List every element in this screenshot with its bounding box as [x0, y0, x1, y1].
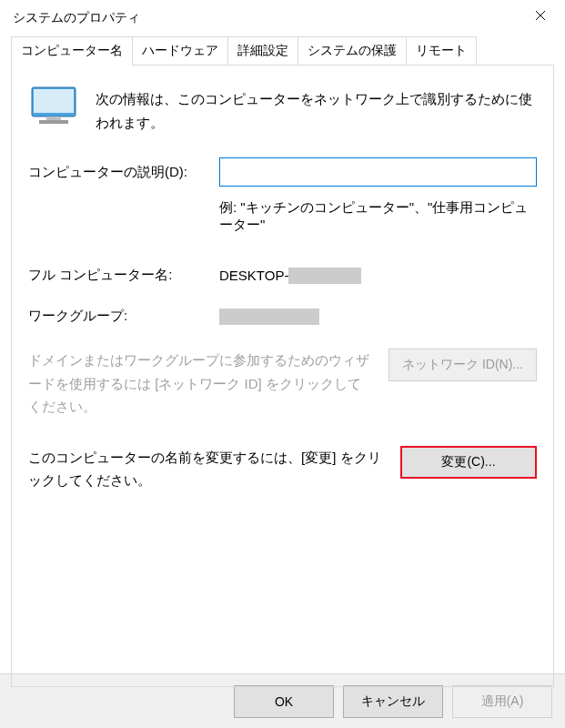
titlebar: システムのプロパティ	[0, 0, 565, 36]
redacted-block	[219, 308, 319, 325]
monitor-icon	[28, 86, 79, 134]
tab-remote[interactable]: リモート	[406, 36, 477, 65]
tab-panel-computer-name: 次の情報は、このコンピューターをネットワーク上で識別するために使われます。 コン…	[11, 65, 554, 687]
full-name-prefix: DESKTOP-	[219, 268, 288, 283]
info-text: 次の情報は、このコンピューターをネットワーク上で識別するために使われます。	[96, 86, 537, 134]
full-computer-name-row: フル コンピューター名: DESKTOP-	[28, 267, 537, 284]
system-properties-window: システムのプロパティ コンピューター名 ハードウェア 詳細設定 システムの保護 …	[0, 0, 565, 728]
svg-rect-1	[34, 89, 74, 113]
svg-rect-2	[46, 116, 61, 120]
network-id-row: ドメインまたはワークグループに参加するためのウィザードを使用するには [ネットワ…	[28, 349, 537, 419]
tab-strip: コンピューター名 ハードウェア 詳細設定 システムの保護 リモート	[0, 36, 565, 65]
ok-button[interactable]: OK	[234, 685, 334, 718]
change-button[interactable]: 変更(C)...	[400, 446, 537, 479]
full-computer-name-label: フル コンピューター名:	[28, 267, 219, 284]
network-id-button: ネットワーク ID(N)...	[388, 349, 537, 381]
change-text: このコンピューターの名前を変更するには、[変更] をクリックしてください。	[28, 446, 386, 492]
window-title: システムのプロパティ	[13, 10, 140, 26]
full-computer-name-value: DESKTOP-	[219, 268, 361, 284]
info-row: 次の情報は、このコンピューターをネットワーク上で識別するために使われます。	[28, 86, 537, 134]
close-button[interactable]	[520, 1, 561, 30]
redacted-block	[288, 268, 361, 284]
tab-computer-name[interactable]: コンピューター名	[11, 36, 133, 66]
tab-system-protection[interactable]: システムの保護	[298, 36, 407, 65]
close-icon	[535, 10, 546, 21]
tab-hardware[interactable]: ハードウェア	[132, 36, 228, 65]
cancel-button[interactable]: キャンセル	[343, 685, 443, 718]
network-id-text: ドメインまたはワークグループに参加するためのウィザードを使用するには [ネットワ…	[28, 349, 374, 419]
workgroup-row: ワークグループ:	[28, 308, 537, 325]
svg-rect-3	[39, 120, 68, 124]
example-text: 例: "キッチンのコンピューター"、"仕事用コンピューター"	[219, 199, 537, 234]
workgroup-label: ワークグループ:	[28, 308, 219, 325]
change-row: このコンピューターの名前を変更するには、[変更] をクリックしてください。 変更…	[28, 446, 537, 492]
description-row: コンピューターの説明(D):	[28, 157, 537, 187]
apply-button: 適用(A)	[452, 685, 552, 718]
description-input[interactable]	[219, 157, 537, 187]
description-label: コンピューターの説明(D):	[28, 164, 219, 181]
tab-advanced[interactable]: 詳細設定	[227, 36, 298, 65]
workgroup-value	[219, 308, 319, 325]
